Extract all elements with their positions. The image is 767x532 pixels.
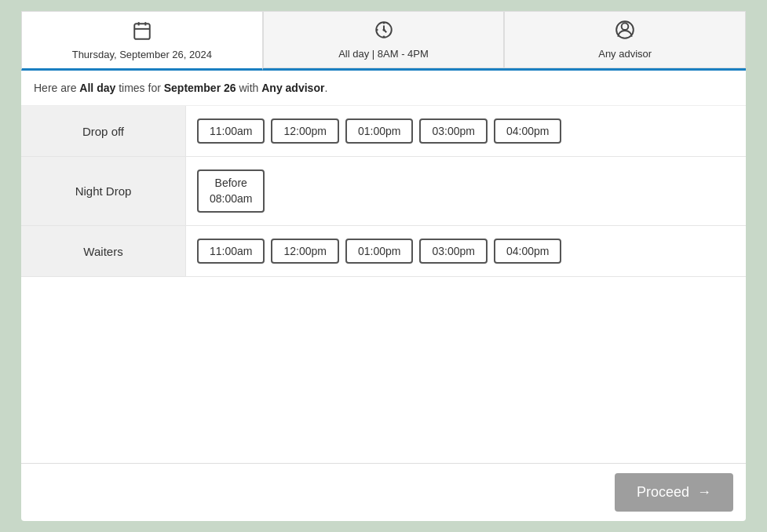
row-times-nightdrop: Before08:00am <box>186 157 746 225</box>
dropoff-slot-1[interactable]: 12:00pm <box>271 118 338 144</box>
waiters-slot-4[interactable]: 04:00pm <box>494 239 561 264</box>
schedule-row-waiters: Waiters 11:00am 12:00pm 01:00pm 03:00pm … <box>21 226 746 277</box>
tab-date-label: Thursday, September 26, 2024 <box>72 49 212 60</box>
dropoff-slot-4[interactable]: 04:00pm <box>494 118 561 144</box>
waiters-slot-2[interactable]: 01:00pm <box>345 239 413 264</box>
proceed-label: Proceed <box>637 484 689 501</box>
schedule-row-nightdrop: Night Drop Before08:00am <box>21 157 746 226</box>
info-bold2: September 26 <box>164 82 236 94</box>
schedule-row-dropoff: Drop off 11:00am 12:00pm 01:00pm 03:00pm… <box>21 106 746 157</box>
nightdrop-label-text: Night Drop <box>75 184 132 198</box>
tab-time[interactable]: All day | 8AM - 4PM <box>263 11 505 68</box>
clock-icon <box>374 20 394 45</box>
person-icon <box>615 20 635 45</box>
nightdrop-slot-0[interactable]: Before08:00am <box>197 169 265 213</box>
info-middle: times for <box>119 82 164 94</box>
row-label-nightdrop: Night Drop <box>21 157 186 225</box>
info-suffix: . <box>324 82 327 94</box>
info-connector: with <box>239 82 261 94</box>
tab-advisor[interactable]: Any advisor <box>504 11 746 68</box>
schedule-area: Drop off 11:00am 12:00pm 01:00pm 03:00pm… <box>21 106 746 463</box>
waiters-label-text: Waiters <box>83 245 122 258</box>
proceed-button[interactable]: Proceed → <box>615 473 733 512</box>
footer: Proceed → <box>21 463 746 521</box>
waiters-slot-0[interactable]: 11:00am <box>197 239 265 264</box>
svg-point-5 <box>382 28 385 31</box>
waiters-slot-3[interactable]: 03:00pm <box>419 239 487 264</box>
info-bar: Here are All day times for September 26 … <box>21 71 746 106</box>
row-label-waiters: Waiters <box>21 226 186 276</box>
svg-rect-0 <box>134 24 150 39</box>
info-prefix: Here are <box>34 82 76 94</box>
dropoff-slot-2[interactable]: 01:00pm <box>345 118 413 144</box>
info-bold1: All day <box>79 82 115 94</box>
dropoff-slot-0[interactable]: 11:00am <box>197 118 265 144</box>
svg-point-9 <box>622 23 629 30</box>
main-container: Thursday, September 26, 2024 All day | 8… <box>21 11 746 521</box>
row-label-dropoff: Drop off <box>21 106 186 156</box>
tabs-row: Thursday, September 26, 2024 All day | 8… <box>21 11 746 71</box>
row-times-dropoff: 11:00am 12:00pm 01:00pm 03:00pm 04:00pm <box>186 106 746 156</box>
tab-advisor-label: Any advisor <box>598 48 652 60</box>
tab-time-label: All day | 8AM - 4PM <box>338 48 429 60</box>
calendar-icon <box>132 20 152 46</box>
dropoff-slot-3[interactable]: 03:00pm <box>419 118 487 144</box>
dropoff-label-text: Drop off <box>82 125 124 138</box>
info-bold3: Any advisor <box>261 82 324 94</box>
row-times-waiters: 11:00am 12:00pm 01:00pm 03:00pm 04:00pm <box>186 226 746 276</box>
waiters-slot-1[interactable]: 12:00pm <box>271 239 338 264</box>
proceed-arrow-icon: → <box>697 484 711 501</box>
tab-date[interactable]: Thursday, September 26, 2024 <box>21 11 263 71</box>
